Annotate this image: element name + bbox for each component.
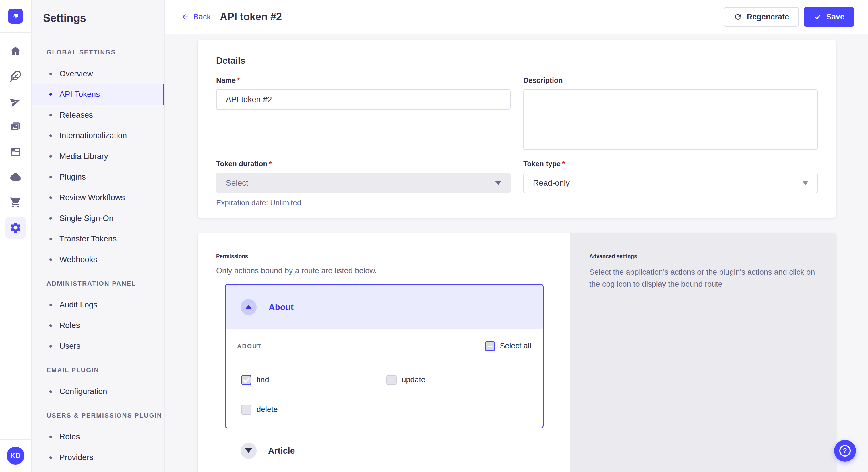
sidebar-item-label: Configuration [59,387,107,396]
article-accordion-header[interactable]: Article [225,429,544,472]
checkbox-delete[interactable] [241,405,251,415]
sidebar-item-users[interactable]: Users [32,336,164,357]
sidebar-item-label: API Tokens [59,90,100,99]
media-library-icon[interactable] [9,121,22,133]
token-type-select[interactable]: Read-only [523,173,818,193]
bullet-dot [50,217,52,220]
sidebar-item-transfer-tokens[interactable]: Transfer Tokens [32,229,164,249]
token-type-field-group: Token type* Read-only [523,160,818,193]
description-label: Description [523,76,818,85]
token-duration-select[interactable]: Select [216,173,510,193]
sidebar-item-api-tokens[interactable]: API Tokens [32,84,164,105]
sidebar-item-label: Roles [59,321,80,330]
checkbox-label: update [402,375,426,384]
cart-icon[interactable] [9,196,22,209]
sidebar-item-plugins[interactable]: Plugins [32,167,164,187]
collapse-toggle-button[interactable] [241,299,257,315]
main-nav-rail: KD [0,0,32,472]
strapi-logo-glyph [11,12,20,20]
sidebar-item-label: Review Workflows [59,193,125,202]
sidebar-item-providers[interactable]: Providers [32,447,164,468]
description-input[interactable] [523,89,818,150]
bullet-dot [50,390,52,393]
permissions-section: Permissions Only actions bound by a rout… [198,233,836,472]
sidebar-item-label: Internationalization [59,131,127,140]
sidebar-item-label: Overview [59,69,93,78]
required-asterisk: * [562,160,565,168]
gear-icon [9,222,22,234]
token-duration-field-group: Token duration* Select Expiration date: … [216,160,510,207]
avatar[interactable]: KD [7,447,24,465]
page-header: Back API token #2 Regenerate Save [165,0,868,34]
regenerate-label: Regenerate [747,12,789,22]
page-title: API token #2 [220,11,282,23]
about-accordion-body: ABOUT Select all findupdatedelete [226,330,543,428]
details-heading: Details [216,56,818,66]
sidebar-item-single-sign-on[interactable]: Single Sign-On [32,208,164,229]
feather-icon[interactable] [9,70,22,82]
permissions-grid: findupdatedelete [241,370,531,419]
sidebar-item-label: Webhooks [59,255,97,264]
sidebar-item-audit-logs[interactable]: Audit Logs [32,295,164,315]
sidebar-item-label: Transfer Tokens [59,234,117,243]
about-accordion-header[interactable]: About [226,285,543,330]
advanced-settings-panel: Advanced settings Select the application… [570,233,836,472]
name-label: Name* [216,76,510,85]
advanced-settings-description: Select the application's actions or the … [589,266,818,291]
bullet-dot [50,345,52,347]
group-divider [270,346,477,346]
settings-nav-active[interactable] [5,217,26,239]
nav-section-label: ADMINISTRATION PANEL [32,273,164,295]
sidebar-item-internationalization[interactable]: Internationalization [32,125,164,146]
chevron-down-icon [495,181,501,185]
cloud-icon[interactable] [9,171,22,183]
permission-item-delete[interactable]: delete [241,400,386,419]
back-arrow-icon [181,12,189,21]
expand-toggle-button[interactable] [241,443,257,459]
refresh-icon [734,12,742,21]
article-accordion-title: Article [268,446,295,456]
permissions-subtitle: Only actions bound by a route are listed… [216,266,552,275]
bullet-dot [50,93,52,96]
permission-item-update[interactable]: update [386,370,532,390]
details-card: Details Name* Description [198,40,836,217]
sidebar-item-configuration[interactable]: Configuration [32,381,164,402]
checkbox-label: delete [257,405,278,414]
check-icon [814,13,822,21]
rail-bottom: KD [0,439,31,472]
select-all-label: Select all [500,341,531,350]
paper-plane-icon[interactable] [9,95,22,108]
sidebar-item-media-library[interactable]: Media Library [32,146,164,167]
chevron-down-icon [802,181,809,185]
sidebar-item-webhooks[interactable]: Webhooks [32,249,164,270]
home-icon[interactable] [9,45,22,57]
required-asterisk: * [269,160,272,168]
sidebar-item-label: Users [59,341,81,351]
bullet-dot [50,72,52,75]
checkbox-update[interactable] [386,375,397,385]
about-accordion: About ABOUT Select all fin [225,284,544,429]
name-field-group: Name* [216,76,510,110]
sidebar-item-overview[interactable]: Overview [32,63,164,84]
regenerate-button[interactable]: Regenerate [724,7,799,27]
bullet-dot [50,238,52,240]
sidebar-item-review-workflows[interactable]: Review Workflows [32,187,164,208]
expiration-helper-text: Expiration date: Unlimited [216,198,510,207]
help-button[interactable]: ? [834,440,856,462]
token-type-label: Token type* [523,160,818,168]
layout-icon[interactable] [9,146,22,158]
sidebar-item-label: Providers [59,453,93,462]
select-all-control[interactable]: Select all [485,341,531,351]
back-link[interactable]: Back [181,12,211,22]
permission-item-find[interactable]: find [241,370,386,390]
checkbox-find[interactable] [241,375,251,385]
save-button[interactable]: Save [804,7,854,27]
select-all-checkbox[interactable] [485,341,495,351]
sidebar-item-label: Roles [59,432,80,441]
sidebar-item-roles[interactable]: Roles [32,427,164,447]
sidebar-item-releases[interactable]: Releases [32,105,164,125]
strapi-logo[interactable] [8,9,23,24]
name-input[interactable] [216,89,510,110]
sidebar-item-roles[interactable]: Roles [32,315,164,336]
sidebar-item-label: Plugins [59,172,86,181]
